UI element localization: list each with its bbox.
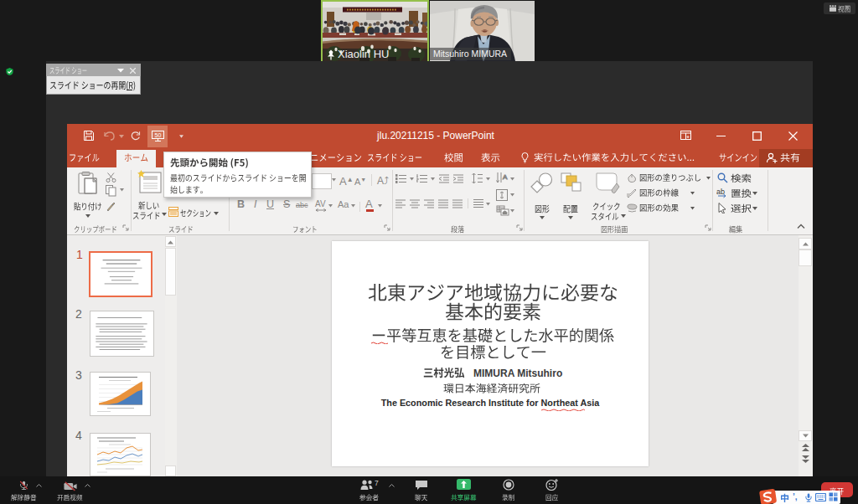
svg-text:50: 50: [155, 132, 162, 138]
svg-text:A: A: [503, 173, 508, 181]
